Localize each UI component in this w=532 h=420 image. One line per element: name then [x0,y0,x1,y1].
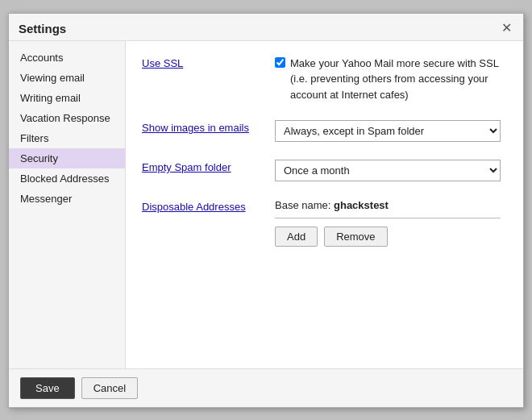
dialog-title: Settings [19,22,66,35]
use-ssl-control: Make your Yahoo Mail more secure with SS… [275,56,507,103]
base-name-divider [275,218,501,218]
show-images-label: Show images in emails [142,120,275,134]
disposable-addresses-control: Base name: ghackstest Add Remove [275,199,507,247]
base-name-row: Base name: ghackstest Add Remove [275,199,507,247]
ssl-checkbox-row: Make your Yahoo Mail more secure with SS… [275,56,507,103]
empty-spam-row: Empty Spam folder Once a month Once a we… [142,160,507,181]
empty-spam-control: Once a month Once a week Never [275,160,507,181]
base-name-text: Base name: ghackstest [275,199,507,211]
close-button[interactable]: ✕ [500,22,513,35]
dialog-footer: Save Cancel [9,368,523,407]
cancel-button[interactable]: Cancel [81,377,138,399]
empty-spam-label: Empty Spam folder [142,160,275,173]
empty-spam-select[interactable]: Once a month Once a week Never [275,160,501,181]
sidebar-item-filters[interactable]: Filters [9,128,125,148]
use-ssl-row: Use SSL Make your Yahoo Mail more secure… [142,56,507,103]
btn-row: Add Remove [275,227,507,247]
disposable-addresses-row: Disposable Addresses Base name: ghackste… [142,199,507,247]
title-bar: Settings ✕ [9,14,523,41]
save-button[interactable]: Save [20,377,75,399]
sidebar-item-vacation-response[interactable]: Vacation Response [9,108,125,128]
remove-button[interactable]: Remove [324,227,387,247]
base-name-label: Base name: [275,199,330,211]
sidebar-item-messenger[interactable]: Messenger [9,189,125,209]
use-ssl-label: Use SSL [142,56,275,69]
dialog-body: Accounts Viewing email Writing email Vac… [9,41,523,368]
settings-content: Use SSL Make your Yahoo Mail more secure… [126,41,523,368]
ssl-checkbox[interactable] [275,57,285,68]
base-name-value: ghackstest [334,199,389,211]
show-images-control: Always, except in Spam folder Always Nev… [275,120,507,142]
sidebar: Accounts Viewing email Writing email Vac… [9,41,126,368]
settings-dialog: Settings ✕ Accounts Viewing email Writin… [8,13,524,408]
sidebar-item-accounts[interactable]: Accounts [9,48,125,68]
disposable-addresses-label: Disposable Addresses [142,199,275,213]
sidebar-item-viewing-email[interactable]: Viewing email [9,68,125,88]
add-button[interactable]: Add [275,227,318,247]
show-images-row: Show images in emails Always, except in … [142,120,507,142]
sidebar-item-writing-email[interactable]: Writing email [9,88,125,108]
sidebar-item-security[interactable]: Security [9,148,125,168]
ssl-description: Make your Yahoo Mail more secure with SS… [290,56,507,103]
show-images-select[interactable]: Always, except in Spam folder Always Nev… [275,120,501,142]
sidebar-item-blocked-addresses[interactable]: Blocked Addresses [9,168,125,189]
